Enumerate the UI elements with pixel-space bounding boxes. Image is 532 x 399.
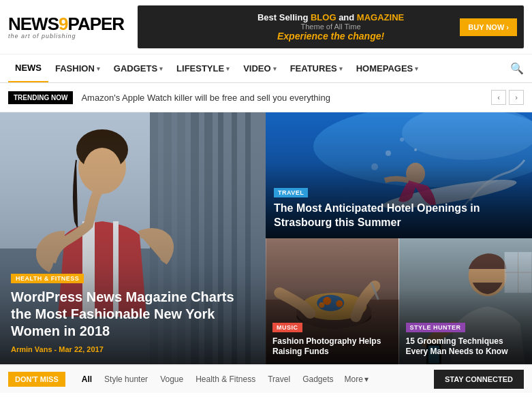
hero-author: Armin Vans	[11, 345, 52, 353]
ad-title: Best Selling BLOG and MAGAZINE	[148, 12, 513, 22]
trending-bar: TRENDING NOW Amazon's Apple Watch killer…	[0, 83, 532, 112]
hero-date: Mar 22, 2017	[59, 345, 103, 353]
bottom-cat-travel[interactable]: Travel	[262, 372, 296, 387]
nav-item-features[interactable]: FEATURES ▾	[283, 55, 349, 82]
style-card[interactable]: STYLE HUNTER 15 Grooming Techniques Ever…	[399, 238, 533, 364]
chevron-down-icon: ▾	[339, 65, 343, 72]
chevron-down-icon: ▾	[415, 65, 418, 72]
chevron-down-icon: ▾	[273, 65, 277, 72]
ad-subtitle: Theme of All Time	[148, 22, 513, 31]
logo[interactable]: NEWS9PAPER the art of publishing	[8, 15, 124, 39]
travel-category: TRAVEL	[274, 188, 308, 197]
music-content: MUSIC Fashion Photography Helps Raising …	[266, 314, 399, 364]
nav-item-news[interactable]: NEWS	[8, 54, 48, 82]
travel-content: TRAVEL The Most Anticipated Hotel Openin…	[266, 178, 532, 238]
bottom-cat-gadgets[interactable]: Gadgets	[297, 372, 339, 387]
nav-item-gadgets[interactable]: GADGETS ▾	[107, 55, 170, 82]
style-content: STYLE HUNTER 15 Grooming Techniques Ever…	[399, 314, 533, 364]
search-icon[interactable]: 🔍	[510, 62, 524, 75]
chevron-down-icon: ▾	[364, 374, 369, 384]
header: NEWS9PAPER the art of publishing Best Se…	[0, 0, 532, 54]
navigation: NEWS FASHION ▾ GADGETS ▾ LIFESTYLE ▾ VID…	[0, 54, 532, 83]
hero-card[interactable]: HEALTH & FITNESS WordPress News Magazine…	[0, 112, 266, 364]
hero-category: HEALTH & FITNESS	[11, 274, 84, 283]
music-category: MUSIC	[272, 323, 302, 332]
stay-connected-button[interactable]: STAY CONNECTED	[434, 370, 524, 389]
nav-item-homepages[interactable]: HOMEPAGES ▾	[349, 55, 426, 82]
trending-prev-button[interactable]: ‹	[491, 90, 506, 105]
bottom-cat-more[interactable]: More ▾	[341, 372, 373, 387]
trending-navigation: ‹ ›	[491, 90, 524, 105]
ad-buy-button[interactable]: BUY NOW	[460, 18, 517, 36]
dont-miss-badge: DON'T MISS	[8, 372, 65, 387]
nav-item-fashion[interactable]: FASHION ▾	[48, 55, 107, 82]
chevron-down-icon: ▾	[226, 65, 230, 72]
nav-item-lifestyle[interactable]: LIFESTYLE ▾	[170, 55, 236, 82]
bottom-cat-style[interactable]: Style hunter	[99, 372, 153, 387]
bottom-cat-vogue[interactable]: Vogue	[155, 372, 189, 387]
bottom-categories: All Style hunter Vogue Health & Fitness …	[76, 372, 434, 387]
travel-title: The Most Anticipated Hotel Openings in S…	[274, 202, 524, 230]
logo-number: 9	[59, 14, 67, 34]
chevron-down-icon: ▾	[159, 65, 163, 72]
bottom-cat-health[interactable]: Health & Fitness	[190, 372, 261, 387]
hero-content: HEALTH & FITNESS WordPress News Magazine…	[0, 261, 266, 364]
bottom-cat-all[interactable]: All	[76, 372, 97, 387]
ad-banner: Best Selling BLOG and MAGAZINE Theme of …	[138, 5, 524, 48]
style-category: STYLE HUNTER	[406, 323, 465, 332]
bottom-cards: MUSIC Fashion Photography Helps Raising …	[266, 238, 532, 364]
music-card[interactable]: MUSIC Fashion Photography Helps Raising …	[266, 238, 399, 364]
hero-meta: Armin Vans - Mar 22, 2017	[11, 345, 255, 353]
trending-text: Amazon's Apple Watch killer will be free…	[81, 93, 483, 103]
right-column: TRAVEL The Most Anticipated Hotel Openin…	[266, 112, 532, 364]
content-grid: HEALTH & FITNESS WordPress News Magazine…	[0, 112, 532, 364]
hero-title: WordPress News Magazine Charts the Most …	[11, 289, 255, 340]
trending-badge: TRENDING NOW	[8, 91, 73, 104]
music-title: Fashion Photography Helps Raising Funds	[272, 336, 392, 357]
nav-item-video[interactable]: VIDEO ▾	[236, 55, 283, 82]
travel-card[interactable]: TRAVEL The Most Anticipated Hotel Openin…	[266, 112, 532, 238]
logo-text: NEWS9PAPER	[8, 15, 124, 33]
chevron-down-icon: ▾	[97, 65, 100, 72]
logo-sub: the art of publishing	[8, 33, 124, 39]
ad-tagline: Experience the change!	[148, 31, 513, 42]
bottom-bar: DON'T MISS All Style hunter Vogue Health…	[0, 364, 532, 393]
style-title: 15 Grooming Techniques Every Man Needs t…	[406, 336, 526, 357]
trending-next-button[interactable]: ›	[509, 90, 524, 105]
